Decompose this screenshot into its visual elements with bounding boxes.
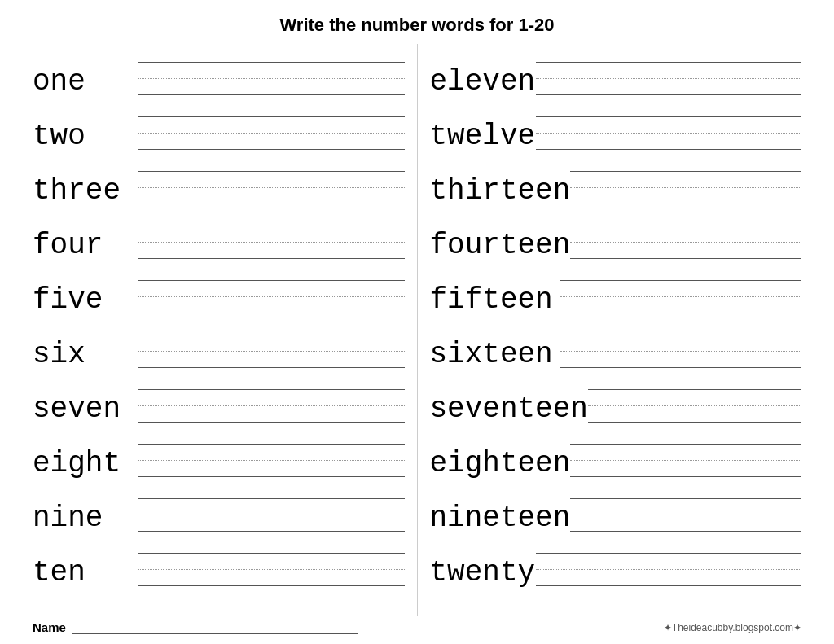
word-label: seventeen bbox=[430, 395, 588, 424]
write-lines[interactable] bbox=[138, 50, 405, 97]
write-lines[interactable] bbox=[138, 377, 405, 424]
write-line-middle bbox=[570, 175, 801, 188]
page: Write the number words for 1-20 onetwoth… bbox=[0, 0, 834, 644]
write-line-middle bbox=[138, 393, 405, 406]
write-line-middle bbox=[138, 120, 405, 134]
write-line-bottom bbox=[560, 355, 802, 368]
list-item: one bbox=[33, 44, 405, 97]
write-line-bottom bbox=[138, 137, 405, 150]
write-line-middle bbox=[536, 557, 802, 570]
word-label: sixteen bbox=[430, 340, 560, 370]
write-line-top bbox=[138, 486, 405, 499]
write-line-top bbox=[560, 268, 802, 281]
write-lines[interactable] bbox=[138, 213, 405, 261]
write-line-middle bbox=[570, 502, 801, 515]
list-item: five bbox=[33, 262, 405, 315]
write-lines[interactable] bbox=[138, 159, 405, 206]
write-lines[interactable] bbox=[138, 486, 405, 533]
write-lines[interactable] bbox=[560, 268, 802, 315]
word-label: five bbox=[33, 286, 138, 315]
list-item: fifteen bbox=[430, 262, 802, 315]
list-item: three bbox=[33, 153, 405, 206]
write-lines[interactable] bbox=[570, 213, 801, 261]
write-line-bottom bbox=[536, 137, 802, 150]
word-label: seven bbox=[33, 395, 138, 424]
left-column: onetwothreefourfivesixseveneightnineten bbox=[24, 44, 413, 616]
write-line-middle bbox=[138, 230, 405, 243]
word-label: nine bbox=[33, 504, 138, 533]
list-item: seven bbox=[33, 371, 405, 424]
write-line-top bbox=[560, 322, 802, 335]
write-lines[interactable] bbox=[588, 377, 801, 424]
write-line-middle bbox=[138, 66, 405, 79]
write-line-bottom bbox=[138, 300, 405, 313]
write-line-bottom bbox=[138, 573, 405, 586]
write-lines[interactable] bbox=[138, 322, 405, 370]
write-line-top bbox=[588, 377, 801, 390]
list-item: two bbox=[33, 99, 405, 151]
write-line-bottom bbox=[138, 410, 405, 423]
word-label: three bbox=[33, 177, 138, 206]
word-label: twenty bbox=[430, 559, 536, 588]
column-divider bbox=[417, 44, 418, 616]
write-lines[interactable] bbox=[560, 322, 802, 370]
list-item: nineteen bbox=[430, 480, 802, 533]
word-label: nineteen bbox=[430, 504, 571, 533]
name-row: Name bbox=[33, 620, 358, 634]
list-item: fourteen bbox=[430, 208, 802, 261]
write-line-top bbox=[536, 50, 802, 63]
write-line-top bbox=[570, 432, 801, 445]
word-label: eight bbox=[33, 449, 138, 479]
write-line-middle bbox=[138, 339, 405, 352]
write-line-middle bbox=[570, 230, 801, 243]
write-line-bottom bbox=[138, 464, 405, 477]
name-label: Name bbox=[33, 620, 66, 634]
write-line-middle bbox=[138, 175, 405, 188]
write-lines[interactable] bbox=[570, 432, 801, 479]
write-line-middle bbox=[588, 393, 801, 406]
write-line-bottom bbox=[138, 355, 405, 368]
word-label: four bbox=[33, 231, 138, 261]
list-item: four bbox=[33, 208, 405, 261]
write-line-top bbox=[570, 213, 801, 226]
word-label: thirteen bbox=[430, 177, 571, 206]
word-label: six bbox=[33, 340, 138, 370]
write-lines[interactable] bbox=[138, 432, 405, 479]
write-lines[interactable] bbox=[570, 159, 801, 206]
list-item: thirteen bbox=[430, 153, 802, 206]
list-item: twelve bbox=[430, 99, 802, 151]
list-item: eight bbox=[33, 426, 405, 479]
write-lines[interactable] bbox=[138, 104, 405, 151]
name-line[interactable] bbox=[72, 621, 358, 634]
list-item: sixteen bbox=[430, 317, 802, 370]
write-line-middle bbox=[138, 448, 405, 461]
write-line-top bbox=[138, 322, 405, 335]
write-line-top bbox=[138, 377, 405, 390]
write-line-middle bbox=[536, 120, 802, 134]
write-line-middle bbox=[138, 557, 405, 570]
write-line-top bbox=[138, 104, 405, 117]
write-lines[interactable] bbox=[536, 104, 802, 151]
write-line-top bbox=[138, 159, 405, 172]
write-line-top bbox=[536, 541, 802, 554]
write-line-bottom bbox=[570, 246, 801, 259]
write-line-bottom bbox=[138, 246, 405, 259]
right-column: eleventwelvethirteenfourteenfifteensixte… bbox=[422, 44, 810, 616]
write-line-top bbox=[570, 486, 801, 499]
write-line-top bbox=[570, 159, 801, 172]
write-lines[interactable] bbox=[138, 268, 405, 315]
word-label: one bbox=[33, 68, 138, 97]
word-label: fourteen bbox=[430, 231, 571, 261]
write-lines[interactable] bbox=[536, 541, 802, 588]
list-item: twenty bbox=[430, 535, 802, 588]
write-lines[interactable] bbox=[138, 541, 405, 588]
write-line-top bbox=[536, 104, 802, 117]
write-line-middle bbox=[560, 339, 802, 352]
write-lines[interactable] bbox=[570, 486, 801, 533]
write-lines[interactable] bbox=[536, 50, 802, 97]
write-line-bottom bbox=[536, 82, 802, 95]
write-line-bottom bbox=[138, 82, 405, 95]
write-line-top bbox=[138, 268, 405, 281]
write-line-bottom bbox=[560, 300, 802, 313]
write-line-bottom bbox=[570, 191, 801, 204]
